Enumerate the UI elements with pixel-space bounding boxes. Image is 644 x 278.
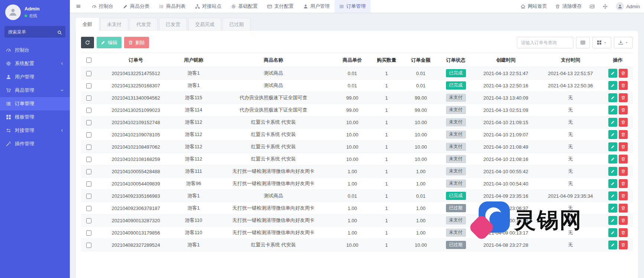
column-header[interactable]: 订单状态 — [438, 53, 473, 67]
row-delete-button[interactable] — [619, 142, 628, 151]
tab-expired[interactable]: 已过期 — [223, 18, 250, 31]
avatar[interactable] — [5, 4, 21, 20]
row-delete-button[interactable] — [619, 69, 628, 78]
topnav-item-payment-config[interactable]: 支付配置 — [262, 0, 298, 13]
tab-unpaid[interactable]: 未支付 — [100, 18, 128, 31]
topnav-item-user-management[interactable]: 用户管理 — [298, 0, 334, 13]
row-checkbox[interactable] — [86, 157, 91, 162]
row-edit-button[interactable] — [608, 228, 617, 237]
delete-button[interactable]: 删除 — [124, 37, 149, 48]
row-edit-button[interactable] — [608, 240, 617, 249]
tab-delivered[interactable]: 已发货 — [159, 18, 187, 31]
row-edit-button[interactable] — [608, 155, 617, 164]
row-edit-button[interactable] — [608, 93, 617, 102]
row-edit-button[interactable] — [608, 142, 617, 151]
topnav-item-integration-sites[interactable]: 对接站点 — [190, 0, 226, 13]
row-checkbox[interactable] — [86, 96, 91, 101]
cell-order_no: 202104102108168259 — [96, 153, 175, 165]
search-icon[interactable] — [57, 29, 62, 35]
topnav-item-product-category[interactable]: 商品分类 — [118, 0, 154, 13]
site-home-link[interactable]: 网站首页 — [517, 0, 551, 13]
row-delete-button[interactable] — [619, 240, 628, 249]
topnav-item-dashboard[interactable]: 控制台 — [87, 0, 118, 13]
select-all-checkbox[interactable] — [86, 58, 91, 63]
row-edit-button[interactable] — [608, 81, 617, 90]
row-edit-button[interactable] — [608, 130, 617, 139]
row-delete-button[interactable] — [619, 204, 628, 213]
row-delete-button[interactable] — [619, 191, 628, 200]
clear-cache-link[interactable]: 清除缓存 — [551, 0, 586, 13]
tab-completed[interactable]: 交易完成 — [188, 18, 221, 31]
columns-dropdown-button[interactable] — [592, 37, 611, 48]
row-checkbox[interactable] — [86, 83, 91, 88]
cell-actions — [603, 141, 633, 153]
order-search-input[interactable] — [517, 37, 573, 48]
export-dropdown-button[interactable] — [614, 37, 633, 48]
column-header[interactable]: 订单号 — [96, 53, 175, 67]
row-delete-button[interactable] — [619, 106, 628, 114]
row-edit-button[interactable] — [608, 118, 617, 127]
row-checkbox[interactable] — [86, 206, 91, 211]
row-checkbox[interactable] — [86, 243, 91, 248]
row-edit-button[interactable] — [608, 69, 617, 78]
topnav-item-order-management[interactable]: 订单管理 — [334, 0, 370, 13]
row-checkbox[interactable] — [86, 132, 91, 138]
topnav-item-product-list[interactable]: 商品列表 — [154, 0, 190, 13]
row-delete-button[interactable] — [619, 216, 628, 225]
sidebar-item-system-config[interactable]: 系统配置 — [0, 57, 70, 70]
column-header[interactable]: 支付时间 — [538, 53, 603, 67]
sidebar-item-integration-management[interactable]: 对接管理 — [0, 124, 70, 137]
row-checkbox[interactable] — [86, 108, 91, 113]
column-header[interactable]: 操作 — [603, 53, 633, 67]
column-header[interactable]: 订单金额 — [404, 53, 438, 67]
row-edit-button[interactable] — [608, 191, 617, 200]
sidebar-item-template-management[interactable]: 模板管理 — [0, 110, 70, 124]
row-checkbox[interactable] — [86, 181, 91, 187]
menu-search-input[interactable] — [4, 26, 65, 38]
user-icon — [6, 74, 11, 80]
column-header[interactable]: 商品单价 — [335, 53, 369, 67]
fullscreen-button[interactable] — [599, 0, 612, 13]
sidebar-toggle-button[interactable] — [70, 0, 87, 13]
admin-menu[interactable]: Admin — [612, 0, 644, 13]
cell-unit_price: 10.00 — [335, 141, 369, 153]
toggle-view-button[interactable] — [576, 37, 590, 48]
language-button[interactable] — [586, 0, 599, 13]
sidebar-item-order-management[interactable]: 订单管理 — [0, 97, 70, 110]
topnav-item-label: 对接站点 — [202, 3, 221, 10]
row-delete-button[interactable] — [619, 118, 628, 127]
row-checkbox[interactable] — [86, 194, 91, 199]
sidebar-item-product-management[interactable]: 商品管理 — [0, 84, 70, 97]
column-header[interactable]: 创建时间 — [473, 53, 538, 67]
topnav-item-basic-config[interactable]: 基础配置 — [226, 0, 262, 13]
row-checkbox[interactable] — [86, 145, 91, 150]
tab-all[interactable]: 全部 — [76, 18, 99, 31]
row-delete-button[interactable] — [619, 93, 628, 102]
sidebar-item-plugin-management[interactable]: 插件管理 — [0, 137, 70, 151]
column-header[interactable]: 商品名称 — [212, 53, 335, 67]
language-icon — [590, 4, 595, 9]
row-checkbox[interactable] — [86, 120, 91, 125]
row-edit-button[interactable] — [608, 106, 617, 114]
row-delete-button[interactable] — [619, 130, 628, 139]
row-edit-button[interactable] — [608, 204, 617, 213]
row-delete-button[interactable] — [619, 81, 628, 90]
row-checkbox[interactable] — [86, 169, 91, 174]
row-delete-button[interactable] — [619, 179, 628, 188]
row-checkbox[interactable] — [86, 71, 91, 76]
sidebar-item-user-management[interactable]: 用户管理 — [0, 70, 70, 84]
row-delete-button[interactable] — [619, 155, 628, 164]
tab-pending-delivery[interactable]: 代发货 — [130, 18, 158, 31]
column-header[interactable]: 购买数量 — [370, 53, 404, 67]
row-edit-button[interactable] — [608, 179, 617, 188]
refresh-button[interactable] — [81, 37, 94, 48]
row-delete-button[interactable] — [619, 167, 628, 176]
row-delete-button[interactable] — [619, 228, 628, 237]
row-checkbox[interactable] — [86, 230, 91, 236]
row-edit-button[interactable] — [608, 167, 617, 176]
row-checkbox[interactable] — [86, 218, 91, 223]
edit-button[interactable]: 编辑 — [97, 37, 122, 48]
row-edit-button[interactable] — [608, 216, 617, 225]
column-header[interactable]: 用户昵称 — [175, 53, 212, 67]
sidebar-item-dashboard[interactable]: 控制台 — [0, 43, 70, 57]
